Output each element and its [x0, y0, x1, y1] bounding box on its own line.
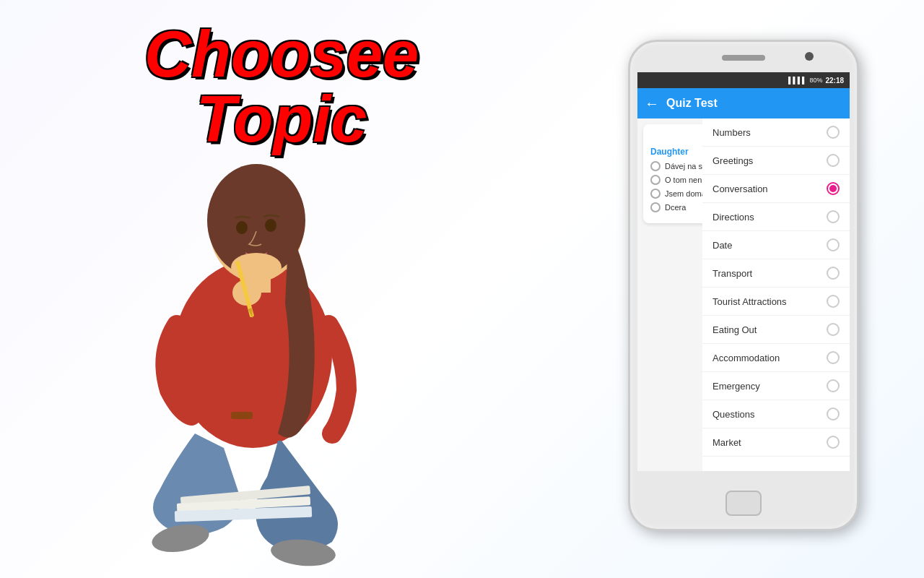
dropdown-item-eating-out[interactable]: Eating Out [702, 316, 850, 344]
dropdown-item-emergency[interactable]: Emergency [702, 372, 850, 400]
back-button[interactable]: ← [645, 95, 659, 112]
phone-body: ▌▌▌▌ 80% 22:18 ← Quiz Test Qu... Daughte… [628, 40, 859, 531]
dropdown-radio-accommodation[interactable] [827, 351, 840, 364]
radio-option-3[interactable] [650, 189, 661, 199]
dropdown-radio-market[interactable] [827, 436, 840, 449]
home-button[interactable] [725, 491, 762, 516]
dropdown-radio-conversation[interactable] [827, 182, 840, 195]
phone-screen: ▌▌▌▌ 80% 22:18 ← Quiz Test Qu... Daughte… [637, 72, 850, 471]
dropdown-radio-numbers[interactable] [827, 126, 840, 139]
dropdown-item-label: Greetings [712, 155, 753, 166]
app-header: ← Quiz Test [637, 88, 850, 118]
dropdown-item-conversation[interactable]: Conversation [702, 175, 850, 203]
dropdown-radio-eating-out[interactable] [827, 323, 840, 336]
dropdown-item-directions[interactable]: Directions [702, 203, 850, 231]
dropdown-item-numbers[interactable]: Numbers [702, 118, 850, 147]
radio-option-1[interactable] [650, 161, 661, 171]
dropdown-item-label: Numbers [712, 127, 751, 138]
dropdown-item-questions[interactable]: Questions [702, 400, 850, 428]
battery-indicator: 80% [809, 77, 822, 84]
dropdown-radio-date[interactable] [827, 238, 840, 251]
dropdown-item-label: Transport [712, 268, 752, 279]
radio-option-4[interactable] [650, 202, 661, 212]
radio-option-2[interactable] [650, 175, 661, 185]
dropdown-item-label: Accommodation [712, 353, 780, 363]
dropdown-radio-emergency[interactable] [827, 379, 840, 392]
dropdown-item-accommodation[interactable]: Accommodation [702, 344, 850, 372]
dropdown-item-label: Eating Out [712, 324, 757, 335]
dropdown-radio-directions[interactable] [827, 210, 840, 223]
dropdown-item-greetings[interactable]: Greetings [702, 147, 850, 175]
dropdown-radio-tourist-attractions[interactable] [827, 295, 840, 308]
dropdown-item-transport[interactable]: Transport [702, 259, 850, 288]
phone-container: ▌▌▌▌ 80% 22:18 ← Quiz Test Qu... Daughte… [621, 40, 866, 545]
svg-point-3 [236, 221, 248, 234]
dropdown-item-label: Conversation [712, 184, 768, 194]
svg-point-4 [265, 219, 276, 232]
svg-rect-15 [231, 412, 253, 419]
dropdown-item-label: Emergency [712, 381, 760, 392]
dropdown-item-label: Directions [712, 212, 754, 223]
dropdown-item-label: Market [712, 437, 741, 448]
dropdown-item-market[interactable]: Market [702, 428, 850, 457]
dropdown-item-label: Questions [712, 409, 755, 420]
status-bar: ▌▌▌▌ 80% 22:18 [637, 72, 850, 88]
dropdown-radio-transport[interactable] [827, 267, 840, 280]
dropdown-item-label: Date [712, 240, 732, 251]
app-title: Quiz Test [666, 97, 718, 110]
dropdown-item-date[interactable]: Date [702, 231, 850, 259]
dropdown-radio-greetings[interactable] [827, 154, 840, 167]
phone-camera [805, 52, 814, 61]
dropdown-radio-questions[interactable] [827, 407, 840, 420]
dropdown-item-tourist-attractions[interactable]: Tourist Attractions [702, 288, 850, 316]
time-display: 22:18 [825, 77, 844, 85]
phone-speaker [722, 55, 765, 61]
topic-dropdown: NumbersGreetingsConversationDirectionsDa… [702, 118, 850, 471]
dropdown-item-label: Tourist Attractions [712, 296, 787, 307]
person-illustration [43, 72, 462, 578]
signal-icon: ▌▌▌▌ [788, 77, 807, 84]
